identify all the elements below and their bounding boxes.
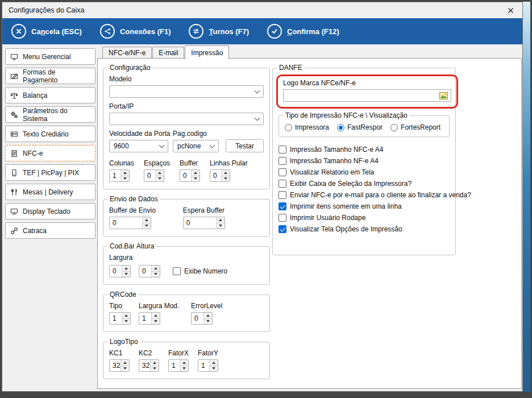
espacos-label: Espaços — [144, 159, 170, 167]
id-card-icon — [10, 130, 18, 138]
groupbox-danfe: DANFE Logo Marca NFCe/NF-e Tipo de Impre… — [272, 68, 456, 255]
spinner-down-icon[interactable] — [152, 318, 160, 325]
checkbox-enviar-nfce-email[interactable]: Enviar NFC-e por e-mail para o cliente a… — [279, 191, 450, 199]
pagcodigo-select[interactable]: pcNone — [173, 140, 219, 152]
spinner-down-icon[interactable] — [222, 176, 230, 182]
spinner-up-icon[interactable] — [204, 313, 212, 318]
spinner-down-icon[interactable] — [156, 176, 164, 182]
sidebar-item-texto-crediario[interactable]: Texto Crediário — [5, 126, 95, 142]
logo-marca-input[interactable] — [283, 89, 451, 102]
spinner-down-icon[interactable] — [143, 223, 151, 229]
linhas-pular-spinner[interactable]: 0 — [210, 169, 230, 182]
checkbox-box — [279, 168, 286, 176]
modelo-select[interactable] — [109, 85, 264, 98]
qr-tipo-spinner[interactable]: 1 — [109, 312, 131, 325]
shifts-icon — [189, 24, 203, 39]
sidebar-item-nfce[interactable]: NFC-e — [5, 145, 95, 161]
checkbox-exibir-caixa-selecao[interactable]: Exibir Caixa de Seleção da Impressora? — [279, 180, 450, 188]
spinner-down-icon[interactable] — [217, 223, 225, 229]
spinner-down-icon[interactable] — [210, 366, 218, 372]
spinner-down-icon[interactable] — [151, 366, 159, 372]
sidebar-item-menu-gerencial[interactable]: Menu Gerencial — [5, 48, 95, 65]
espacos-spinner[interactable]: 0 — [144, 169, 164, 182]
sidebar-item-tef-picpay-pix[interactable]: TEF | PicPay | PIX — [5, 164, 95, 181]
velocidade-select[interactable]: 9600 — [109, 140, 168, 152]
connections-button[interactable]: Conexões (F1) — [100, 24, 171, 39]
spinner-up-icon[interactable] — [152, 313, 160, 318]
spinner-down-icon[interactable] — [121, 366, 129, 372]
spinner-down-icon[interactable] — [180, 366, 188, 372]
radio-fastrespor[interactable]: FastRespor — [337, 123, 383, 131]
spinner-up-icon[interactable] — [122, 313, 130, 318]
spinner-up-icon[interactable] — [222, 170, 230, 176]
spinner-up-icon[interactable] — [121, 360, 129, 366]
close-button[interactable] — [498, 2, 522, 18]
radio-fortesreport[interactable]: FortesReport — [390, 123, 440, 131]
sidebar: Menu Gerencial Formas de Pagamento Balan… — [5, 48, 95, 239]
spinner-down-icon[interactable] — [152, 271, 160, 277]
groupbox-qrcode: QRCode Tipo 1 Largura Mod. 1 — [103, 295, 270, 332]
qr-errorlevel-spinner[interactable]: 0 — [191, 312, 213, 325]
sidebar-item-catraca[interactable]: Catraca — [5, 222, 95, 239]
spinner-up-icon[interactable] — [143, 217, 151, 223]
exibe-numero-checkbox[interactable]: Exibe Numero — [173, 267, 227, 275]
spinner-up-icon[interactable] — [151, 360, 159, 366]
confirm-button[interactable]: Confirma (F12) — [267, 24, 339, 39]
spinner-up-icon[interactable] — [121, 170, 129, 176]
titlebar: Configurações do Caixa — [2, 2, 522, 18]
tab-impressao[interactable]: Impressão — [185, 45, 229, 59]
groupbox-logotipo: LogoTipo KC1 32 KC2 32 — [103, 342, 270, 379]
kc2-spinner[interactable]: 32 — [139, 359, 159, 372]
colunas-spinner[interactable]: 1 — [109, 169, 130, 182]
spinner-up-icon[interactable] — [156, 170, 164, 176]
spinner-up-icon[interactable] — [210, 360, 218, 366]
spinner-up-icon[interactable] — [152, 266, 160, 271]
tab-nfce-nfe[interactable]: NFC-e/NF-e — [102, 47, 152, 58]
checkbox-imprimir-itens-uma-linha[interactable]: Imprimir itens somente em uma linha — [279, 202, 450, 210]
testar-button[interactable]: Testar — [226, 139, 264, 152]
confirm-button-label: Confirma (F12) — [287, 27, 339, 36]
porta-ip-select[interactable] — [109, 113, 264, 125]
spinner-down-icon[interactable] — [122, 271, 130, 277]
espera-buffer-spinner[interactable]: 0 — [183, 217, 225, 229]
spinner-up-icon[interactable] — [122, 266, 130, 271]
altura-spinner[interactable]: 0 — [139, 265, 160, 277]
cancel-button[interactable]: Cancela (ESC) — [11, 24, 82, 39]
shifts-button[interactable]: Turnos (F7) — [189, 24, 249, 39]
sidebar-item-mesas-delivery[interactable]: Mesas | Delivery — [5, 184, 95, 200]
left-column: Configuração Modelo Porta/IP — [103, 68, 270, 379]
sidebar-item-label: Balança — [23, 92, 47, 100]
spinner-down-icon[interactable] — [204, 318, 212, 325]
chain-link-icon — [10, 227, 18, 235]
sidebar-item-formas-pagamento[interactable]: Formas de Pagamento — [5, 68, 95, 84]
largura-label: Largura — [109, 254, 264, 262]
kc1-spinner[interactable]: 32 — [109, 359, 130, 372]
radio-impressora[interactable]: Impressora — [285, 123, 329, 131]
window-title: Configurações do Caixa — [9, 6, 84, 14]
fatorx-spinner[interactable]: 1 — [168, 359, 189, 372]
largura-spinner[interactable]: 0 — [109, 265, 131, 277]
spinner-up-icon[interactable] — [192, 170, 200, 176]
buffer-envio-spinner[interactable]: 0 — [109, 217, 151, 229]
buffer-spinner[interactable]: 0 — [180, 169, 200, 182]
checkbox-imprimir-usuario-rodape[interactable]: Imprimir Usuário Rodape — [279, 214, 450, 222]
checkbox-visualizar-relatorio[interactable]: Visualizar Relatorio em Tela — [279, 168, 450, 176]
close-icon — [508, 7, 514, 14]
sidebar-item-display-teclado[interactable]: Display Teclado — [5, 203, 95, 219]
spinner-down-icon[interactable] — [192, 176, 200, 182]
checkbox-impressao-tamanho-nfce-a4[interactable]: Impressão Tamanho NFC-e A4 — [279, 146, 450, 154]
spinner-down-icon[interactable] — [121, 176, 129, 182]
checkbox-visualizar-tela-opcoes[interactable]: Visualizar Tela Opções de Impressão — [279, 225, 450, 233]
qr-largura-mod-spinner[interactable]: 1 — [139, 312, 160, 325]
sidebar-item-balanca[interactable]: Balança — [5, 87, 95, 103]
checkbox-impressao-tamanho-nfe-a4[interactable]: Impressão Tamanho NF-e A4 — [279, 157, 450, 165]
spinner-up-icon[interactable] — [180, 360, 188, 366]
tab-email[interactable]: E-mail — [152, 47, 184, 58]
spinner-up-icon[interactable] — [217, 217, 225, 223]
spinner-down-icon[interactable] — [122, 318, 130, 325]
fatory-spinner[interactable]: 1 — [198, 359, 218, 372]
sidebar-item-parametros[interactable]: Parâmetros do Sistema — [5, 106, 95, 123]
checkbox-box — [279, 202, 286, 210]
browse-image-button[interactable] — [438, 91, 449, 100]
sidebar-item-label: Display Teclado — [23, 208, 70, 215]
